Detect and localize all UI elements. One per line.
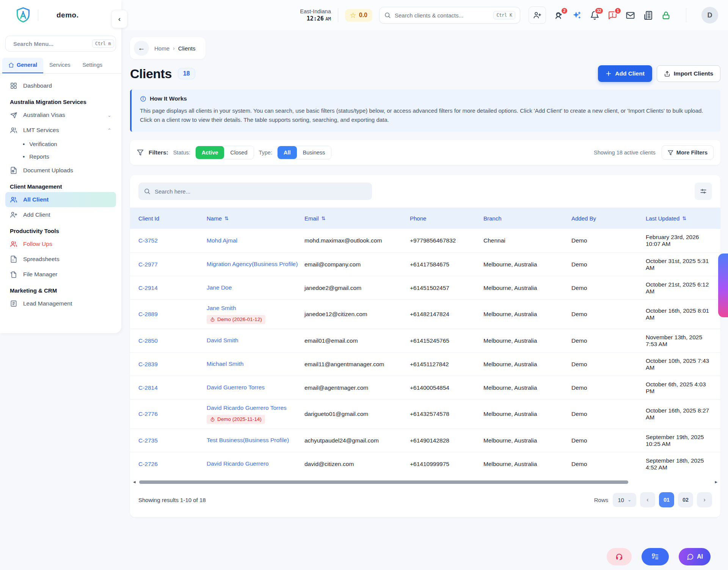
client-name-link[interactable]: Jane Doe	[207, 284, 232, 292]
status-filter-closed[interactable]: Closed	[224, 146, 253, 159]
tasks-button[interactable]	[642, 548, 669, 565]
client-name-link[interactable]: Test Business(Business Profile)	[207, 436, 289, 444]
table-row[interactable]: C-2850 David Smith email01@email.com +61…	[130, 329, 720, 352]
client-name-link[interactable]: Migration Agency(Business Profile)	[207, 260, 298, 268]
user-avatar[interactable]: D	[701, 7, 718, 24]
status-filter-active[interactable]: Active	[196, 146, 224, 159]
news-button[interactable]	[643, 11, 653, 20]
client-name-link[interactable]: Michael Smith	[207, 360, 243, 368]
page-button-1[interactable]: 01	[659, 492, 674, 507]
column-header-phone[interactable]: Phone	[410, 215, 480, 222]
client-id-link[interactable]: C-2977	[138, 261, 158, 268]
table-row[interactable]: C-2889 Jane Smith Demo (2026-01-12) jane…	[130, 299, 720, 329]
global-search[interactable]: Ctrl K	[379, 7, 520, 24]
column-header-last-updated[interactable]: Last Updated⇅	[646, 215, 712, 222]
type-filter-business[interactable]: Business	[297, 146, 331, 159]
client-email: david@citizen.com	[304, 456, 407, 472]
sidebar-collapse-button[interactable]: ‹	[111, 10, 127, 28]
section-client-management: Client Management	[10, 183, 111, 190]
sidebar-item-document-uploads[interactable]: Document Uploads	[5, 163, 116, 178]
global-search-input[interactable]	[395, 12, 490, 19]
column-header-branch[interactable]: Branch	[483, 215, 568, 222]
feedback-side-tab[interactable]	[718, 254, 728, 317]
breadcrumb-home-link[interactable]: Home	[154, 45, 169, 52]
client-name-link[interactable]: David Smith	[207, 337, 238, 345]
client-id-link[interactable]: C-2735	[138, 437, 158, 444]
scroll-right-icon[interactable]: ▸	[715, 479, 717, 485]
column-settings-button[interactable]	[695, 183, 712, 200]
table-row[interactable]: C-3752 Mohd Ajmal mohd.maximax@outlook.c…	[130, 229, 720, 252]
sort-icon[interactable]: ⇅	[322, 216, 326, 221]
sidebar-item-follow-ups[interactable]: Follow Ups	[5, 236, 116, 252]
column-header-name[interactable]: Name⇅	[207, 215, 301, 222]
column-header-email[interactable]: Email⇅	[304, 215, 407, 222]
client-id-link[interactable]: C-2850	[138, 337, 158, 344]
back-button[interactable]: ←	[134, 41, 149, 56]
client-name-link[interactable]: Jane Smith	[207, 304, 236, 312]
sidebar-search-input[interactable]	[13, 41, 89, 47]
client-name-link[interactable]: Mohd Ajmal	[207, 237, 237, 245]
client-id-link[interactable]: C-3752	[138, 237, 158, 244]
column-header-client-id[interactable]: Client Id	[138, 215, 204, 222]
sidebar-item-spreadsheets[interactable]: Spreadsheets	[5, 252, 116, 267]
sidebar-item-add-client[interactable]: Add Client	[5, 207, 116, 222]
table-row[interactable]: C-2977 Migration Agency(Business Profile…	[130, 252, 720, 276]
ai-chat-button[interactable]: AI	[679, 548, 711, 565]
next-page-button[interactable]: ›	[697, 492, 712, 507]
client-id-link[interactable]: C-2814	[138, 384, 158, 391]
client-branch: Melbourne, Australia	[483, 257, 568, 272]
sort-icon[interactable]: ⇅	[682, 216, 686, 221]
table-row[interactable]: C-2776 David Ricardo Guerrero Torres Dem…	[130, 399, 720, 428]
add-user-button[interactable]	[529, 6, 546, 24]
sidebar-item-lead-management[interactable]: Lead Management	[5, 296, 116, 311]
sidebar-search[interactable]: Ctrl m	[5, 36, 116, 52]
client-id-link[interactable]: C-2839	[138, 361, 158, 367]
table-search[interactable]	[138, 183, 372, 200]
table-row[interactable]: C-2839 Michael Smith email11@angentmanag…	[130, 352, 720, 376]
rating-badge[interactable]: ☆ 0.0	[345, 9, 372, 22]
table-search-input[interactable]	[155, 188, 367, 195]
more-filters-button[interactable]: More Filters	[662, 145, 714, 160]
mail-icon	[626, 11, 635, 20]
client-name-link[interactable]: David Guerrero Torres	[207, 384, 265, 392]
sidebar-item-dashboard[interactable]: Dashboard	[5, 78, 116, 93]
tab-services[interactable]: Services	[43, 58, 77, 73]
client-name-link[interactable]: David Ricardo Guerrero	[207, 460, 269, 468]
prev-page-button[interactable]: ‹	[640, 492, 655, 507]
tab-general[interactable]: General	[2, 58, 43, 73]
tab-settings[interactable]: Settings	[77, 58, 108, 73]
scroll-left-icon[interactable]: ◂	[133, 479, 136, 485]
lock-button[interactable]	[661, 11, 671, 20]
showing-summary: Showing 18 active clients	[594, 150, 656, 156]
table-row[interactable]: C-2726 David Ricardo Guerrero david@citi…	[130, 452, 720, 476]
add-client-button[interactable]: Add Client	[598, 65, 652, 82]
client-id-link[interactable]: C-2914	[138, 285, 158, 291]
sidebar-subitem-verification[interactable]: •Verification	[5, 138, 116, 150]
ai-sparkles-button[interactable]	[572, 11, 582, 20]
sort-icon[interactable]: ⇅	[224, 216, 229, 221]
table-row[interactable]: C-2735 Test Business(Business Profile) a…	[130, 428, 720, 452]
sidebar-item-lmt-services[interactable]: LMT Services ⌃	[5, 123, 116, 138]
support-alerts-button[interactable]: 2	[554, 11, 564, 20]
sidebar-item-file-manager[interactable]: File Manager	[5, 267, 116, 282]
messages-button[interactable]: 1	[608, 11, 617, 20]
sidebar-item-all-client[interactable]: All Client	[5, 192, 116, 207]
scrollbar-thumb[interactable]	[139, 480, 628, 484]
client-name-link[interactable]: David Ricardo Guerrero Torres	[207, 404, 287, 412]
import-clients-button[interactable]: Import Clients	[657, 65, 720, 82]
table-row[interactable]: C-2914 Jane Doe janedoe2@gmail.com +6145…	[130, 276, 720, 299]
sidebar-item-australian-visas[interactable]: Australian Visas ⌄	[5, 107, 116, 123]
type-filter-all[interactable]: All	[278, 146, 297, 159]
column-header-added-by[interactable]: Added By	[571, 215, 643, 222]
support-button[interactable]	[607, 548, 632, 565]
rows-per-page-select[interactable]: 10 ⌄	[613, 493, 636, 507]
client-id-link[interactable]: C-2726	[138, 461, 158, 467]
table-row[interactable]: C-2814 David Guerrero Torres email@agent…	[130, 376, 720, 399]
page-button-2[interactable]: 02	[678, 492, 693, 507]
mail-button[interactable]	[626, 11, 635, 20]
client-id-link[interactable]: C-2776	[138, 411, 158, 417]
notifications-button[interactable]: 32	[590, 11, 599, 20]
sidebar-subitem-reports[interactable]: •Reports	[5, 150, 116, 163]
client-id-link[interactable]: C-2889	[138, 311, 158, 317]
section-productivity-tools: Productivity Tools	[10, 228, 111, 234]
